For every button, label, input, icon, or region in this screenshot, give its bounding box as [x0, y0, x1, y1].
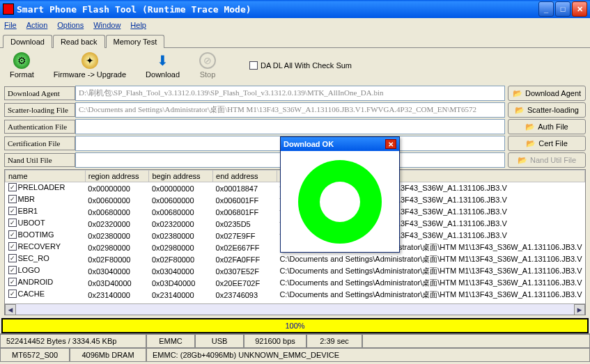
- tab-strip: Download Read back Memory Test: [0, 32, 590, 48]
- menu-help[interactable]: Help: [130, 21, 146, 29]
- row-checkbox[interactable]: ✓: [8, 195, 17, 203]
- dialog-title: Download OK: [284, 140, 334, 148]
- menu-action[interactable]: Action: [26, 21, 48, 29]
- titlebar: Smart Phone Flash Tool (Runtime Trace Mo…: [0, 0, 590, 18]
- menu-file[interactable]: File: [4, 21, 17, 29]
- row-checkbox[interactable]: ✓: [8, 230, 17, 239]
- app-icon: [3, 3, 14, 15]
- scroll-left-icon[interactable]: ◄: [5, 304, 16, 315]
- nand-button[interactable]: 📂Nand Util File: [508, 152, 586, 168]
- cert-button[interactable]: 📂Cert File: [508, 136, 586, 151]
- row-checkbox[interactable]: ✓: [8, 207, 17, 215]
- row-checkbox[interactable]: ✓: [8, 219, 17, 227]
- auth-input[interactable]: [75, 119, 505, 134]
- menu-options[interactable]: Options: [57, 21, 84, 29]
- progress-text: 100%: [285, 322, 304, 330]
- table-row[interactable]: ✓ LOGO0x030400000x030400000x0307E52FC:\D…: [6, 265, 585, 277]
- scatter-input[interactable]: C:\Documents and Settings\Administrator\…: [75, 102, 505, 118]
- table-row[interactable]: ✓ CACHE0x231400000x231400000x23746093C:\…: [6, 289, 585, 301]
- download-ok-dialog: Download OK ✕: [280, 136, 400, 253]
- maximize-button[interactable]: □: [555, 1, 570, 17]
- row-checkbox[interactable]: ✓: [8, 183, 17, 191]
- dialog-titlebar[interactable]: Download OK ✕: [281, 137, 399, 151]
- format-button[interactable]: ⚙ Format: [10, 52, 34, 79]
- folder-icon: 📂: [526, 139, 536, 148]
- cert-label: Certification File: [4, 136, 75, 150]
- progress-bar: 100%: [1, 318, 589, 333]
- folder-icon: 📂: [513, 89, 522, 98]
- upgrade-button[interactable]: ✦ Firmware -> Upgrade: [54, 52, 126, 79]
- format-icon: ⚙: [13, 52, 30, 69]
- da-button[interactable]: 📂Download Agent: [508, 86, 586, 101]
- col-region[interactable]: region address: [85, 171, 149, 182]
- download-button[interactable]: ⬇ Download: [146, 52, 180, 79]
- window-title: Smart Phone Flash Tool (Runtime Trace Mo…: [17, 4, 538, 15]
- status-emmc: EMMC: [146, 334, 195, 348]
- col-begin[interactable]: begin address: [149, 171, 213, 182]
- success-ring-icon: [298, 160, 382, 244]
- folder-icon: 📂: [515, 106, 525, 115]
- row-checkbox[interactable]: ✓: [8, 254, 17, 262]
- tab-download[interactable]: Download: [3, 35, 52, 48]
- folder-icon: 📂: [518, 156, 527, 165]
- status-bps: 921600 bps: [244, 334, 306, 348]
- scatter-label: Scatter-loading File: [4, 103, 75, 117]
- dialog-body: [281, 151, 399, 252]
- scroll-track[interactable]: [16, 304, 574, 315]
- stop-icon: ⊘: [199, 52, 216, 69]
- status-emmc2: EMMC: (28Gb+4096Mb) UNKNOWN_EMMC_DEVICE: [146, 348, 590, 362]
- statusbar-2: MT6572_S00 4096Mb DRAM EMMC: (28Gb+4096M…: [0, 348, 590, 362]
- nand-label: Nand Util File: [4, 153, 75, 167]
- menu-window[interactable]: Window: [93, 21, 121, 29]
- col-name[interactable]: name: [6, 171, 86, 182]
- horizontal-scrollbar[interactable]: ◄ ►: [5, 303, 585, 315]
- status-time: 2:39 sec: [306, 334, 362, 348]
- status-dram: 4096Mb DRAM: [70, 348, 146, 362]
- da-input[interactable]: D:\刷机包\SP_Flash_Tool_v3.1312.0.139\SP_Fl…: [75, 86, 505, 101]
- scatter-button[interactable]: 📂Scatter-loading: [508, 102, 586, 118]
- checkbox-icon: [249, 61, 258, 70]
- upgrade-icon: ✦: [81, 52, 98, 69]
- statusbar-1: 522414452 Bytes / 3334.45 KBp EMMC USB 9…: [0, 333, 590, 348]
- stop-button[interactable]: ⊘ Stop: [199, 52, 216, 79]
- col-end[interactable]: end address: [213, 171, 277, 182]
- da-label: Download Agent: [4, 86, 75, 100]
- status-usb: USB: [195, 334, 244, 348]
- auth-button[interactable]: 📂Auth File: [508, 119, 586, 134]
- status-chip: MT6572_S00: [0, 348, 70, 362]
- tab-memtest[interactable]: Memory Test: [106, 35, 165, 48]
- checksum-checkbox[interactable]: DA DL All With Check Sum: [249, 61, 352, 70]
- minimize-button[interactable]: _: [538, 1, 554, 17]
- download-icon: ⬇: [155, 52, 171, 69]
- row-checkbox[interactable]: ✓: [8, 290, 17, 298]
- folder-icon: 📂: [525, 122, 535, 132]
- row-checkbox[interactable]: ✓: [8, 242, 17, 251]
- auth-label: Authentication File: [4, 120, 75, 134]
- toolbar: ⚙ Format ✦ Firmware -> Upgrade ⬇ Downloa…: [0, 47, 590, 86]
- scroll-right-icon[interactable]: ►: [574, 304, 585, 315]
- close-button[interactable]: ✕: [572, 1, 587, 17]
- tab-readback[interactable]: Read back: [53, 35, 105, 48]
- menubar: File Action Options Window Help: [0, 18, 590, 32]
- row-checkbox[interactable]: ✓: [8, 266, 17, 274]
- row-checkbox[interactable]: ✓: [8, 278, 17, 286]
- table-row[interactable]: ✓ ANDROID0x03D400000x03D400000x20EE702FC…: [6, 277, 585, 289]
- status-bytes: 522414452 Bytes / 3334.45 KBp: [0, 334, 146, 348]
- table-row[interactable]: ✓ SEC_RO0x02F800000x02F800000x02FA0FFFC:…: [6, 253, 585, 265]
- dialog-close-button[interactable]: ✕: [385, 139, 396, 149]
